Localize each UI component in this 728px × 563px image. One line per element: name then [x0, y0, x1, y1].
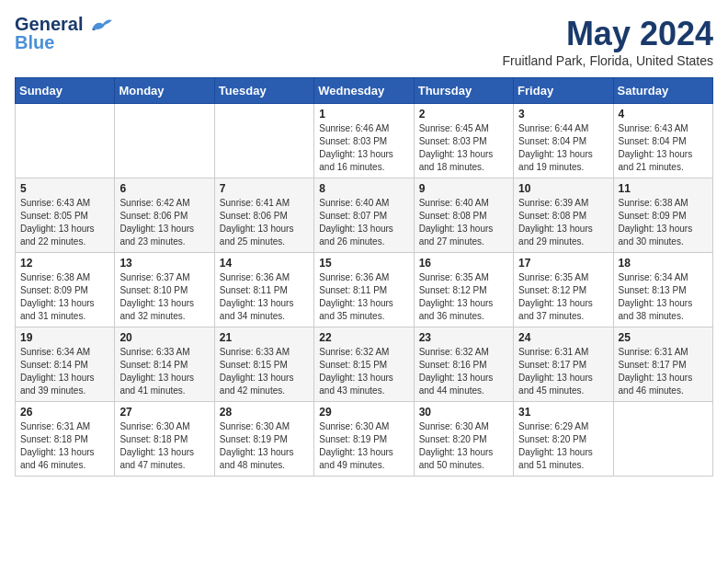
calendar-cell: 7Sunrise: 6:41 AM Sunset: 8:06 PM Daylig…: [214, 178, 313, 253]
day-number: 15: [319, 257, 408, 270]
day-number: 16: [419, 257, 508, 270]
day-info: Sunrise: 6:30 AM Sunset: 8:19 PM Dayligh…: [220, 420, 309, 472]
day-number: 29: [319, 406, 408, 419]
calendar-table: SundayMondayTuesdayWednesdayThursdayFrid…: [15, 77, 713, 477]
day-number: 18: [619, 257, 708, 270]
calendar-cell: 17Sunrise: 6:35 AM Sunset: 8:12 PM Dayli…: [514, 253, 613, 327]
calendar-cell: 10Sunrise: 6:39 AM Sunset: 8:08 PM Dayli…: [514, 178, 613, 253]
weekday-header-thursday: Thursday: [414, 78, 513, 104]
day-info: Sunrise: 6:30 AM Sunset: 8:20 PM Dayligh…: [419, 420, 508, 472]
day-number: 12: [20, 257, 109, 270]
day-info: Sunrise: 6:34 AM Sunset: 8:14 PM Dayligh…: [20, 346, 109, 397]
calendar-cell: 9Sunrise: 6:40 AM Sunset: 8:08 PM Daylig…: [414, 178, 513, 253]
calendar-cell: 25Sunrise: 6:31 AM Sunset: 8:17 PM Dayli…: [613, 327, 712, 402]
day-info: Sunrise: 6:43 AM Sunset: 8:04 PM Dayligh…: [619, 122, 708, 174]
day-number: 28: [220, 406, 309, 419]
day-number: 22: [319, 331, 408, 344]
weekday-header-wednesday: Wednesday: [314, 78, 414, 104]
day-info: Sunrise: 6:36 AM Sunset: 8:11 PM Dayligh…: [319, 271, 408, 323]
weekday-header-saturday: Saturday: [613, 78, 712, 104]
calendar-cell: 20Sunrise: 6:33 AM Sunset: 8:14 PM Dayli…: [115, 327, 214, 402]
logo-bird-icon: [86, 17, 112, 40]
calendar-cell: 16Sunrise: 6:35 AM Sunset: 8:12 PM Dayli…: [414, 253, 513, 327]
calendar-cell: 8Sunrise: 6:40 AM Sunset: 8:07 PM Daylig…: [314, 178, 414, 253]
day-number: 17: [518, 257, 608, 270]
day-number: 26: [20, 406, 109, 419]
day-number: 9: [419, 182, 508, 195]
day-info: Sunrise: 6:36 AM Sunset: 8:11 PM Dayligh…: [220, 271, 309, 323]
day-number: 31: [518, 406, 608, 419]
day-info: Sunrise: 6:32 AM Sunset: 8:15 PM Dayligh…: [319, 346, 408, 397]
day-info: Sunrise: 6:42 AM Sunset: 8:06 PM Dayligh…: [119, 197, 209, 248]
logo-text: General Blue: [15, 15, 83, 52]
calendar-cell: 3Sunrise: 6:44 AM Sunset: 8:04 PM Daylig…: [514, 104, 613, 178]
day-number: 23: [419, 331, 508, 344]
page-header: General Blue May 2024 Fruitland Park, Fl…: [15, 15, 713, 68]
day-info: Sunrise: 6:31 AM Sunset: 8:18 PM Dayligh…: [20, 420, 109, 472]
calendar-cell: 15Sunrise: 6:36 AM Sunset: 8:11 PM Dayli…: [314, 253, 414, 327]
calendar-week-row: 19Sunrise: 6:34 AM Sunset: 8:14 PM Dayli…: [16, 327, 713, 402]
calendar-cell: 26Sunrise: 6:31 AM Sunset: 8:18 PM Dayli…: [16, 402, 115, 477]
day-number: 25: [619, 331, 708, 344]
calendar-cell: 5Sunrise: 6:43 AM Sunset: 8:05 PM Daylig…: [16, 178, 115, 253]
calendar-cell: 28Sunrise: 6:30 AM Sunset: 8:19 PM Dayli…: [214, 402, 313, 477]
day-number: 24: [518, 331, 608, 344]
day-number: 11: [619, 182, 708, 195]
day-number: 30: [419, 406, 508, 419]
calendar-cell: 1Sunrise: 6:46 AM Sunset: 8:03 PM Daylig…: [314, 104, 414, 178]
weekday-header-monday: Monday: [115, 78, 214, 104]
day-info: Sunrise: 6:32 AM Sunset: 8:16 PM Dayligh…: [419, 346, 508, 397]
calendar-cell: 19Sunrise: 6:34 AM Sunset: 8:14 PM Dayli…: [16, 327, 115, 402]
day-info: Sunrise: 6:30 AM Sunset: 8:18 PM Dayligh…: [119, 420, 209, 472]
day-info: Sunrise: 6:38 AM Sunset: 8:09 PM Dayligh…: [20, 271, 109, 323]
day-info: Sunrise: 6:43 AM Sunset: 8:05 PM Dayligh…: [20, 197, 109, 248]
calendar-cell: 2Sunrise: 6:45 AM Sunset: 8:03 PM Daylig…: [414, 104, 513, 178]
weekday-header-sunday: Sunday: [16, 78, 115, 104]
day-info: Sunrise: 6:29 AM Sunset: 8:20 PM Dayligh…: [518, 420, 608, 472]
calendar-cell: 6Sunrise: 6:42 AM Sunset: 8:06 PM Daylig…: [115, 178, 214, 253]
day-number: 2: [419, 108, 508, 121]
day-number: 3: [518, 108, 608, 121]
day-number: 20: [119, 331, 209, 344]
calendar-week-row: 12Sunrise: 6:38 AM Sunset: 8:09 PM Dayli…: [16, 253, 713, 327]
calendar-cell: 23Sunrise: 6:32 AM Sunset: 8:16 PM Dayli…: [414, 327, 513, 402]
day-info: Sunrise: 6:45 AM Sunset: 8:03 PM Dayligh…: [419, 122, 508, 174]
day-info: Sunrise: 6:31 AM Sunset: 8:17 PM Dayligh…: [518, 346, 608, 397]
calendar-cell: 13Sunrise: 6:37 AM Sunset: 8:10 PM Dayli…: [115, 253, 214, 327]
calendar-week-row: 1Sunrise: 6:46 AM Sunset: 8:03 PM Daylig…: [16, 104, 713, 178]
day-number: 6: [119, 182, 209, 195]
day-info: Sunrise: 6:31 AM Sunset: 8:17 PM Dayligh…: [619, 346, 708, 397]
calendar-cell: 24Sunrise: 6:31 AM Sunset: 8:17 PM Dayli…: [514, 327, 613, 402]
calendar-cell: [214, 104, 313, 178]
day-info: Sunrise: 6:34 AM Sunset: 8:13 PM Dayligh…: [619, 271, 708, 323]
calendar-cell: [613, 402, 712, 477]
day-info: Sunrise: 6:35 AM Sunset: 8:12 PM Dayligh…: [518, 271, 608, 323]
day-info: Sunrise: 6:33 AM Sunset: 8:14 PM Dayligh…: [119, 346, 209, 397]
day-info: Sunrise: 6:44 AM Sunset: 8:04 PM Dayligh…: [518, 122, 608, 174]
calendar-cell: [16, 104, 115, 178]
calendar-week-row: 26Sunrise: 6:31 AM Sunset: 8:18 PM Dayli…: [16, 402, 713, 477]
calendar-cell: 11Sunrise: 6:38 AM Sunset: 8:09 PM Dayli…: [613, 178, 712, 253]
day-number: 7: [220, 182, 309, 195]
day-number: 1: [319, 108, 408, 121]
weekday-header-friday: Friday: [514, 78, 613, 104]
day-info: Sunrise: 6:35 AM Sunset: 8:12 PM Dayligh…: [419, 271, 508, 323]
day-number: 19: [20, 331, 109, 344]
calendar-cell: 14Sunrise: 6:36 AM Sunset: 8:11 PM Dayli…: [214, 253, 313, 327]
calendar-week-row: 5Sunrise: 6:43 AM Sunset: 8:05 PM Daylig…: [16, 178, 713, 253]
day-number: 5: [20, 182, 109, 195]
weekday-header-row: SundayMondayTuesdayWednesdayThursdayFrid…: [16, 78, 713, 104]
calendar-cell: 12Sunrise: 6:38 AM Sunset: 8:09 PM Dayli…: [16, 253, 115, 327]
calendar-cell: 18Sunrise: 6:34 AM Sunset: 8:13 PM Dayli…: [613, 253, 712, 327]
day-info: Sunrise: 6:37 AM Sunset: 8:10 PM Dayligh…: [119, 271, 209, 323]
day-info: Sunrise: 6:46 AM Sunset: 8:03 PM Dayligh…: [319, 122, 408, 174]
day-number: 4: [619, 108, 708, 121]
calendar-cell: [115, 104, 214, 178]
calendar-cell: 21Sunrise: 6:33 AM Sunset: 8:15 PM Dayli…: [214, 327, 313, 402]
day-info: Sunrise: 6:39 AM Sunset: 8:08 PM Dayligh…: [518, 197, 608, 248]
day-number: 10: [518, 182, 608, 195]
month-year-title: May 2024: [502, 15, 713, 53]
day-info: Sunrise: 6:38 AM Sunset: 8:09 PM Dayligh…: [619, 197, 708, 248]
day-number: 14: [220, 257, 309, 270]
day-info: Sunrise: 6:30 AM Sunset: 8:19 PM Dayligh…: [319, 420, 408, 472]
